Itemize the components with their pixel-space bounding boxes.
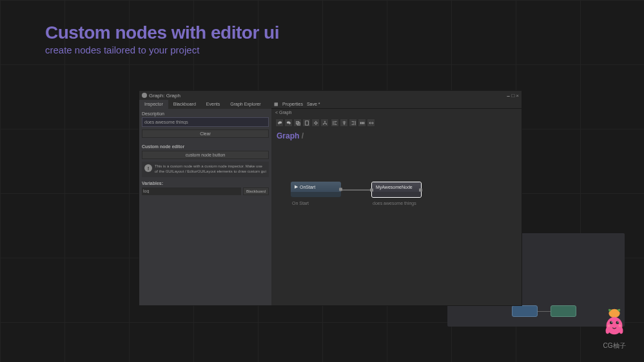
info-text: This is a custom node with a custom node… bbox=[155, 164, 266, 175]
mascot-label: CG柚子 bbox=[599, 341, 630, 350]
description-input[interactable] bbox=[142, 117, 269, 127]
node-onstart-label: OnStart bbox=[300, 185, 315, 189]
variable-blackboard-button[interactable]: Blackboard bbox=[243, 187, 269, 195]
svg-point-18 bbox=[606, 328, 610, 334]
tool-hierarchy-icon[interactable] bbox=[320, 119, 329, 127]
toolbar bbox=[271, 117, 522, 129]
page-title: Custom nodes with editor ui bbox=[45, 23, 279, 43]
mascot-watermark: CG柚子 bbox=[599, 306, 630, 350]
svg-rect-2 bbox=[305, 120, 308, 124]
save-button[interactable]: Save * bbox=[307, 102, 320, 106]
mini-node-blue bbox=[512, 305, 538, 317]
properties-label[interactable]: Properties bbox=[282, 102, 303, 106]
mini-node-green bbox=[551, 305, 576, 317]
clear-button[interactable]: Clear bbox=[142, 129, 269, 138]
tab-events[interactable]: Events bbox=[201, 100, 225, 109]
node-awesome-label: MyAwesomeNode bbox=[376, 185, 413, 189]
tool-distribute-icon[interactable] bbox=[358, 119, 366, 127]
title-bar[interactable]: Graph: Graph ‒ □ × bbox=[139, 91, 522, 100]
maximize-button[interactable]: □ bbox=[511, 93, 514, 99]
svg-point-16 bbox=[607, 325, 610, 327]
graph-canvas[interactable]: ▶ OnStart MyAwesomeNode On Start does a bbox=[271, 143, 522, 305]
tab-bar: Inspector Blackboard Events Graph Explor… bbox=[139, 100, 271, 109]
svg-rect-0 bbox=[296, 121, 298, 124]
app-icon bbox=[142, 93, 147, 98]
inspector-body: Description Clear Custom node editor cus… bbox=[139, 109, 271, 198]
tool-fit-icon[interactable] bbox=[367, 119, 375, 127]
grid-icon: ▦ bbox=[274, 102, 278, 107]
svg-point-3 bbox=[315, 122, 317, 124]
page-subtitle: create nodes tailored to your project bbox=[45, 44, 279, 55]
node-awesome-caption: does awesome things bbox=[373, 201, 416, 205]
variables-header: Variables: bbox=[142, 181, 269, 186]
tool-paste-icon[interactable] bbox=[302, 119, 311, 127]
svg-rect-7 bbox=[360, 122, 361, 124]
svg-rect-8 bbox=[362, 122, 363, 124]
node-onstart[interactable]: ▶ OnStart bbox=[291, 182, 341, 197]
variable-row: Blackboard bbox=[142, 187, 269, 195]
input-port[interactable] bbox=[370, 188, 373, 191]
svg-point-19 bbox=[620, 328, 623, 334]
play-icon: ▶ bbox=[295, 184, 298, 189]
svg-point-15 bbox=[618, 321, 619, 323]
left-panel: Inspector Blackboard Events Graph Explor… bbox=[139, 100, 271, 305]
svg-point-4 bbox=[324, 120, 326, 122]
node-onstart-caption: On Start bbox=[292, 201, 309, 205]
info-box: ! This is a custom node with a custom no… bbox=[142, 162, 269, 177]
minimize-button[interactable]: ‒ bbox=[507, 93, 510, 99]
svg-point-12 bbox=[610, 321, 613, 325]
tool-align-right-icon[interactable] bbox=[349, 119, 357, 127]
custom-node-button[interactable]: custom node button bbox=[142, 151, 269, 159]
node-myawesomenode[interactable]: MyAwesomeNode bbox=[371, 182, 422, 198]
mini-edge bbox=[538, 311, 551, 312]
graph-title: Graph / bbox=[271, 129, 522, 143]
svg-point-13 bbox=[616, 321, 619, 325]
custom-editor-header: Custom node editor bbox=[142, 144, 269, 149]
tool-undo-icon[interactable] bbox=[275, 119, 284, 127]
right-panel: ▦ Properties Save * < Graph bbox=[271, 100, 522, 305]
close-button[interactable]: × bbox=[516, 93, 519, 99]
info-icon: ! bbox=[144, 164, 152, 172]
mascot-icon bbox=[599, 306, 630, 337]
edge-start-to-awesome[interactable] bbox=[341, 189, 371, 191]
breadcrumb[interactable]: < Graph bbox=[271, 109, 522, 117]
editor-window: Graph: Graph ‒ □ × Inspector Blackboard … bbox=[139, 90, 522, 306]
svg-point-17 bbox=[619, 325, 621, 327]
tab-graph-explorer[interactable]: Graph Explorer bbox=[225, 100, 266, 109]
tool-align-left-icon[interactable] bbox=[331, 119, 339, 127]
tool-redo-icon[interactable] bbox=[284, 119, 293, 127]
svg-point-14 bbox=[611, 321, 612, 323]
svg-rect-9 bbox=[363, 122, 364, 124]
tool-settings-icon[interactable] bbox=[311, 119, 320, 127]
output-port[interactable] bbox=[339, 188, 342, 191]
output-port[interactable] bbox=[419, 188, 422, 191]
tab-blackboard[interactable]: Blackboard bbox=[168, 100, 201, 109]
page-heading: Custom nodes with editor ui create nodes… bbox=[45, 23, 279, 55]
window-title: Graph: Graph bbox=[149, 93, 507, 99]
tool-copy-icon[interactable] bbox=[293, 119, 302, 127]
tab-inspector[interactable]: Inspector bbox=[139, 100, 168, 109]
variable-name-input[interactable] bbox=[142, 187, 241, 195]
properties-bar: ▦ Properties Save * bbox=[271, 100, 522, 109]
description-label: Description bbox=[142, 111, 269, 116]
tool-align-center-icon[interactable] bbox=[340, 119, 348, 127]
